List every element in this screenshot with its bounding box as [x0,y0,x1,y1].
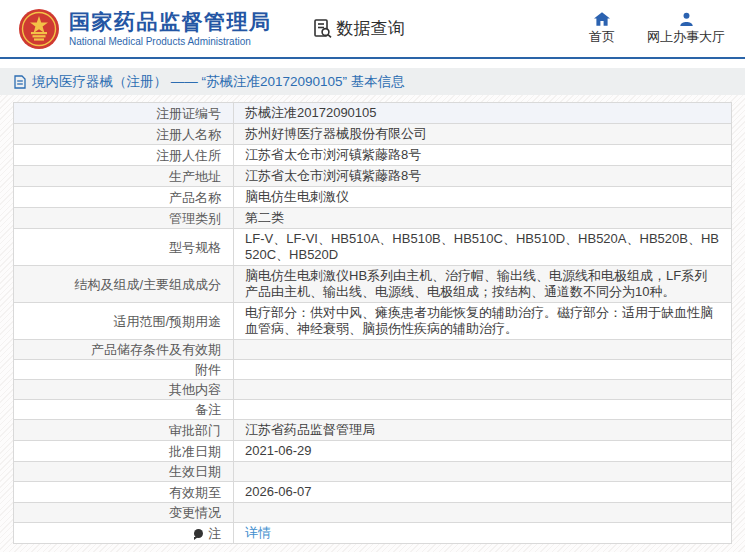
row-value [234,340,731,359]
document-icon [14,75,26,89]
row-value: 脑电仿生电刺激仪 [234,187,731,207]
details-link[interactable]: 详情 [245,525,271,541]
row-label: 审批部门 [14,420,234,440]
row-value: 江苏省太仓市浏河镇紫藤路8号 [234,166,731,186]
row-label: 产品储存条件及有效期 [14,340,234,359]
row-label-text: 有效期至 [169,485,221,500]
row-label-text: 变更情况 [169,505,221,520]
row-label-text: 注册证编号 [156,106,221,121]
table-row: 适用范围/预期用途电疗部分：供对中风、瘫痪患者功能恢复的辅助治疗。磁疗部分：适用… [14,302,731,339]
row-label-text: 产品名称 [169,190,221,205]
row-label-text: 附件 [195,362,221,377]
note-icon [194,529,203,538]
row-value [234,462,731,481]
row-value [234,400,731,419]
table-row: 有效期至2026-06-07 [14,481,731,502]
row-value [234,380,731,399]
row-label-text: 注 [208,526,221,541]
row-label-text: 备注 [195,402,221,417]
table-row: 审批部门江苏省药品监督管理局 [14,419,731,440]
row-label-text: 管理类别 [169,211,221,226]
row-label: 注册人名称 [14,124,234,144]
header-nav: 首页 网上办事大厅 [589,12,745,46]
row-label-text: 生产地址 [169,169,221,184]
row-label-text: 审批部门 [169,423,221,438]
row-label: 生产地址 [14,166,234,186]
home-icon [594,12,610,26]
info-table: 注册证编号苏械注准20172090105注册人名称苏州好博医疗器械股份有限公司注… [13,102,732,544]
row-label: 注册证编号 [14,103,234,123]
site-title: 国家药品监督管理局 [69,10,272,34]
row-label-text: 产品储存条件及有效期 [91,342,221,357]
row-value: 江苏省太仓市浏河镇紫藤路8号 [234,145,731,165]
row-label-text: 注册人名称 [156,127,221,142]
table-row: 注册证编号苏械注准20172090105 [14,103,731,123]
row-value: 脑电仿生电刺激仪HB系列由主机、治疗帽、输出线、电源线和电极组成，LF系列产品由… [234,266,731,302]
table-row: 产品名称脑电仿生电刺激仪 [14,186,731,207]
site-logo: 国家药品监督管理局 National Medical Products Admi… [18,8,272,50]
table-row: 生效日期 [14,461,731,481]
table-row: 其他内容 [14,379,731,399]
data-query-section[interactable]: 数据查询 [312,17,405,40]
row-label: 有效期至 [14,482,234,502]
data-query-label: 数据查询 [337,17,405,40]
row-label: 批准日期 [14,441,234,461]
row-label: 其他内容 [14,380,234,399]
table-row: 注册人名称苏州好博医疗器械股份有限公司 [14,123,731,144]
table-row: 附件 [14,359,731,379]
row-value: 第二类 [234,208,731,228]
national-emblem-icon [18,8,60,50]
table-row: 变更情况 [14,502,731,522]
row-value: 苏州好博医疗器械股份有限公司 [234,124,731,144]
header: 国家药品监督管理局 National Medical Products Admi… [0,0,745,59]
table-row: 产品储存条件及有效期 [14,339,731,359]
row-label-text: 型号规格 [169,240,221,255]
table-row: 结构及组成/主要组成成分脑电仿生电刺激仪HB系列由主机、治疗帽、输出线、电源线和… [14,265,731,302]
row-label-text: 结构及组成/主要组成成分 [74,277,221,292]
row-value: 详情 [234,523,731,543]
row-label: 变更情况 [14,503,234,522]
row-label-text: 其他内容 [169,382,221,397]
row-label: 适用范围/预期用途 [14,303,234,339]
table-row: 备注 [14,399,731,419]
nav-home[interactable]: 首页 [589,12,615,46]
row-label: 备注 [14,400,234,419]
user-icon [679,12,694,26]
nav-service-hall[interactable]: 网上办事大厅 [647,12,725,46]
table-row: 注册人住所江苏省太仓市浏河镇紫藤路8号 [14,144,731,165]
page-content: 境内医疗器械（注册） —— “苏械注准20172090105” 基本信息 注册证… [0,68,745,552]
nav-service-hall-label: 网上办事大厅 [647,28,725,46]
breadcrumb: 境内医疗器械（注册） —— “苏械注准20172090105” 基本信息 [0,68,745,95]
row-label: 产品名称 [14,187,234,207]
row-label: 附件 [14,360,234,379]
row-value [234,360,731,379]
row-label-text: 注册人住所 [156,148,221,163]
table-row: 管理类别第二类 [14,207,731,228]
row-label-text: 批准日期 [169,444,221,459]
row-label-text: 适用范围/预期用途 [113,314,221,329]
table-row: 型号规格LF-V、LF-VI、HB510A、HB510B、HB510C、HB51… [14,228,731,265]
row-value: LF-V、LF-VI、HB510A、HB510B、HB510C、HB510D、H… [234,229,731,265]
row-label: 注 [14,523,234,543]
table-row: 注详情 [14,522,731,543]
row-value [234,503,731,522]
table-row: 批准日期2021-06-29 [14,440,731,461]
nav-home-label: 首页 [589,28,615,46]
row-label: 结构及组成/主要组成成分 [14,266,234,302]
row-value: 2026-06-07 [234,482,731,502]
row-label: 型号规格 [14,229,234,265]
row-label: 生效日期 [14,462,234,481]
site-subtitle: National Medical Products Administration [69,36,272,47]
row-value: 电疗部分：供对中风、瘫痪患者功能恢复的辅助治疗。磁疗部分：适用于缺血性脑血管病、… [234,303,731,339]
row-label: 管理类别 [14,208,234,228]
row-value: 江苏省药品监督管理局 [234,420,731,440]
site-title-block: 国家药品监督管理局 National Medical Products Admi… [69,10,272,46]
table-row: 生产地址江苏省太仓市浏河镇紫藤路8号 [14,165,731,186]
row-value: 苏械注准20172090105 [234,103,731,123]
row-label: 注册人住所 [14,145,234,165]
breadcrumb-text: 境内医疗器械（注册） —— “苏械注准20172090105” 基本信息 [32,73,405,91]
row-value: 2021-06-29 [234,441,731,461]
row-label-text: 生效日期 [169,464,221,479]
data-query-icon [312,18,333,39]
